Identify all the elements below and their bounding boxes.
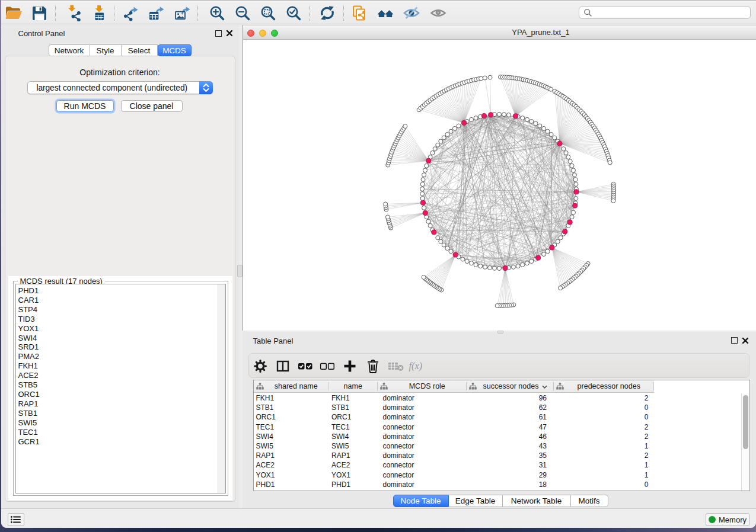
import-network-icon[interactable]: [65, 4, 83, 22]
mcds-result-node[interactable]: ACE2: [16, 371, 225, 380]
close-panel-button[interactable]: Close panel: [121, 100, 183, 112]
table-cell: FKH1: [254, 394, 329, 402]
table-row[interactable]: SWI4SWI4dominator462: [254, 432, 742, 441]
table-scrollbar-thumb[interactable]: [743, 395, 748, 449]
mcds-result-node[interactable]: SWI4: [16, 334, 225, 343]
mcds-result-node[interactable]: PHD1: [16, 286, 225, 296]
table-row[interactable]: ORC1ORC1dominator610: [254, 412, 742, 422]
table-cell: connector: [378, 471, 467, 479]
table-cell: dominator: [378, 394, 467, 402]
column-header-successor-nodes[interactable]: successor nodes: [467, 380, 554, 393]
column-header-shared-name[interactable]: shared name: [254, 380, 329, 393]
mcds-result-node[interactable]: YOX1: [16, 324, 225, 334]
task-history-button[interactable]: [8, 513, 24, 526]
delete-table-icon: [388, 358, 404, 374]
mcds-result-node[interactable]: PMA2: [16, 352, 225, 361]
mcds-result-node[interactable]: STP4: [16, 305, 225, 315]
table-cell: 47: [467, 423, 554, 431]
zoom-out-icon[interactable]: [234, 4, 251, 22]
criterion-dropdown[interactable]: largest connected component (undirected): [27, 81, 213, 94]
table-row[interactable]: PHD1PHD1dominator180: [254, 480, 742, 489]
tab-style[interactable]: Style: [90, 44, 122, 56]
table-scrollbar[interactable]: [741, 393, 749, 491]
mcds-result-node[interactable]: TEC1: [16, 428, 225, 437]
zoom-selected-icon[interactable]: [285, 4, 302, 22]
table-row[interactable]: STB1STB1dominator620: [254, 403, 742, 412]
mcds-result-node[interactable]: SWI5: [16, 418, 225, 428]
deselect-all-icon[interactable]: [319, 358, 336, 374]
mcds-result-node[interactable]: STB5: [16, 380, 225, 390]
table-cell: 2: [554, 394, 654, 402]
mcds-result-scrollbar[interactable]: [218, 284, 225, 493]
table-cell: 96: [467, 394, 554, 402]
column-header-predecessor-nodes[interactable]: predecessor nodes: [554, 380, 654, 393]
mcds-result-node[interactable]: CAR1: [16, 296, 225, 305]
application-window: Control Panel NetworkStyleSelectMCDS Opt…: [1, 0, 756, 528]
window-minimize-icon[interactable]: [259, 30, 267, 37]
table-cell: dominator: [378, 451, 467, 460]
run-mcds-button[interactable]: Run MCDS: [56, 100, 114, 112]
select-all-icon[interactable]: [297, 358, 314, 374]
zoom-fit-icon[interactable]: [259, 4, 277, 22]
column-header-MCDS-role[interactable]: MCDS role: [378, 380, 467, 393]
window-close-icon[interactable]: [247, 30, 255, 37]
mcds-result-node[interactable]: FKH1: [16, 361, 225, 371]
table-cell: 1: [554, 442, 654, 450]
network-column-icon: [380, 383, 388, 390]
control-panel-close-icon[interactable]: [226, 30, 233, 37]
new-network-from-selection-icon[interactable]: [351, 4, 369, 22]
mcds-result-list[interactable]: PHD1CAR1STP4TID3YOX1SWI4SRD1PMA2FKH1ACE2…: [15, 284, 226, 493]
mcds-result-node[interactable]: RAP1: [16, 399, 225, 409]
mcds-result-node[interactable]: TID3: [16, 315, 225, 324]
table-panel-close-icon[interactable]: [742, 337, 749, 344]
add-icon[interactable]: [342, 358, 358, 374]
tab-edge-table[interactable]: Edge Table: [449, 495, 503, 507]
network-canvas[interactable]: [243, 40, 756, 331]
tab-node-table[interactable]: Node Table: [393, 495, 449, 507]
table-row[interactable]: TEC1TEC1connector472: [254, 422, 742, 432]
table-row[interactable]: RAP1RAP1dominator352: [254, 451, 742, 460]
zoom-in-icon[interactable]: [208, 4, 226, 22]
split-panel-icon[interactable]: [275, 358, 291, 374]
mcds-result-node[interactable]: STB1: [16, 409, 225, 418]
table-row[interactable]: SWI5SWI5connector431: [254, 441, 742, 451]
tab-mcds[interactable]: MCDS: [158, 44, 192, 56]
network-column-icon: [556, 383, 564, 390]
open-session-icon[interactable]: [5, 4, 23, 22]
apply-layout-icon[interactable]: [318, 4, 336, 22]
first-neighbors-icon[interactable]: [377, 4, 394, 22]
vertical-splitter-grip[interactable]: [237, 265, 243, 277]
table-row[interactable]: FKH1FKH1dominator962: [254, 393, 742, 403]
window-zoom-icon[interactable]: [271, 30, 279, 37]
search-input[interactable]: [579, 6, 751, 19]
hide-selected-icon[interactable]: [403, 4, 420, 22]
tab-network[interactable]: Network: [49, 44, 90, 56]
tab-motifs[interactable]: Motifs: [571, 495, 608, 507]
delete-icon[interactable]: [365, 358, 381, 374]
export-image-icon[interactable]: [174, 4, 192, 22]
network-window-titlebar[interactable]: YPA_prune.txt_1: [243, 25, 756, 40]
mcds-result-panel: MCDS result (17 nodes) PHD1CAR1STP4TID3Y…: [8, 276, 232, 500]
column-settings-icon[interactable]: [252, 358, 269, 374]
main-toolbar: [1, 0, 756, 24]
export-network-icon[interactable]: [122, 4, 140, 22]
column-header-name[interactable]: name: [328, 380, 378, 393]
import-table-icon[interactable]: [91, 4, 109, 22]
save-session-icon[interactable]: [31, 4, 49, 22]
table-cell: TEC1: [254, 423, 329, 431]
table-cell: RAP1: [254, 451, 329, 460]
tab-network-table[interactable]: Network Table: [503, 495, 571, 507]
mcds-result-node[interactable]: SRD1: [16, 342, 225, 352]
tab-select[interactable]: Select: [122, 44, 158, 56]
control-panel-float-icon[interactable]: [215, 30, 222, 37]
mcds-result-node[interactable]: ORC1: [16, 390, 225, 399]
table-panel-float-icon[interactable]: [731, 337, 738, 344]
memory-button[interactable]: Memory: [706, 513, 749, 526]
export-table-icon[interactable]: [148, 4, 165, 22]
table-row[interactable]: YOX1YOX1connector291: [254, 470, 742, 480]
show-all-icon[interactable]: [429, 4, 447, 22]
table-cell: 29: [467, 471, 554, 479]
memory-status-icon: [709, 516, 716, 523]
table-row[interactable]: ACE2ACE2connector311: [254, 460, 742, 470]
mcds-result-node[interactable]: GCR1: [16, 437, 225, 447]
